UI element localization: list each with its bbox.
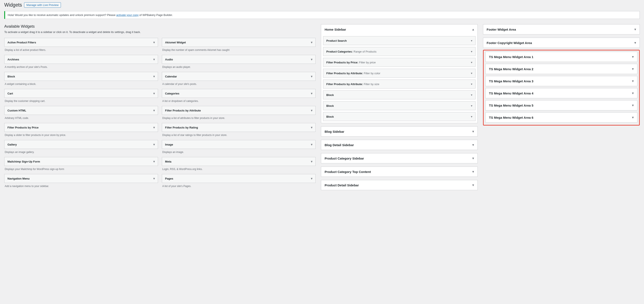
widget-subtitle: Filter by size xyxy=(363,82,379,86)
sidebar-area-blog-sidebar: Blog Sidebar▾ xyxy=(321,126,478,137)
available-widget-label: Custom HTML xyxy=(8,109,26,112)
sidebar-area-blog-detail-sidebar: Blog Detail Sidebar▾ xyxy=(321,140,478,150)
sidebar-area-ts-mega-menu-widget-area-6: TS Mega Menu Widget Area 6▾ xyxy=(485,112,638,123)
sidebar-area-footer-copyright-widget-area-header[interactable]: Footer Copyright Widget Area▾ xyxy=(483,38,640,48)
sidebar-area-footer-widget-area-header[interactable]: Footer Widget Area▾ xyxy=(483,24,640,34)
available-widget-left-7[interactable]: Mailchimp Sign-Up Form▾ xyxy=(4,157,158,166)
home-sidebar-widget-2[interactable]: Filter Products by Price: Filter by pric… xyxy=(323,58,476,67)
notice-text-suffix: of WPBakery Page Builder. xyxy=(139,13,173,16)
sidebar-area-product-category-sidebar-header[interactable]: Product Category Sidebar▾ xyxy=(321,153,478,163)
available-widgets-title: Available Widgets xyxy=(4,24,316,29)
available-widget-right-4[interactable]: Filter Products by Attribute▾ xyxy=(162,106,316,115)
home-sidebar-widget-0[interactable]: Product Search▾ xyxy=(323,36,476,45)
available-widget-desc: A widget containing a block. xyxy=(4,81,158,86)
notice-text-prefix: Hola! Would you like to receive automati… xyxy=(8,13,116,16)
available-widget-desc: Displays an audio player. xyxy=(162,64,316,69)
sidebar-area-ts-mega-menu-widget-area-4-header[interactable]: TS Mega Menu Widget Area 4▾ xyxy=(486,88,637,98)
sidebar-area-product-category-sidebar: Product Category Sidebar▾ xyxy=(321,153,478,163)
available-widgets-description: To activate a widget drag it to a sideba… xyxy=(4,30,316,34)
available-widget-left-3[interactable]: Cart▾ xyxy=(4,89,158,98)
chevron-down-icon: ▾ xyxy=(632,55,634,59)
available-widget-right-0[interactable]: Akismet Widget▾ xyxy=(162,38,316,47)
chevron-down-icon: ▾ xyxy=(632,79,634,83)
chevron-down-icon: ▾ xyxy=(634,27,636,31)
available-widget-left-5[interactable]: Filter Products by Price▾ xyxy=(4,123,158,132)
available-widget-label: Filter Products by Attribute xyxy=(165,109,201,112)
available-widget-desc: A monthly archive of your site's Posts. xyxy=(4,64,158,69)
sidebar-area-title: Footer Widget Area xyxy=(486,28,516,31)
sidebar-area-blog-sidebar-header[interactable]: Blog Sidebar▾ xyxy=(321,127,478,136)
available-widget-left-2[interactable]: Block▾ xyxy=(4,72,158,81)
sidebar-area-home-header[interactable]: Home Sidebar ▴ xyxy=(321,24,478,34)
sidebar-area-ts-mega-menu-widget-area-2-header[interactable]: TS Mega Menu Widget Area 2▾ xyxy=(486,64,637,74)
chevron-down-icon: ▾ xyxy=(634,41,636,45)
available-widget-left-6[interactable]: Gallery▾ xyxy=(4,140,158,149)
widget-label: Product Search xyxy=(326,39,347,42)
home-sidebar-widget-3[interactable]: Filter Products by Attribute: Filter by … xyxy=(323,69,476,78)
sidebar-area-ts-mega-menu-widget-area-2: TS Mega Menu Widget Area 2▾ xyxy=(485,64,638,74)
chevron-down-icon: ▾ xyxy=(153,109,155,112)
notice-activate-link[interactable]: activate your copy xyxy=(116,13,139,16)
available-widget-desc: Displays your Mailchimp for WordPress si… xyxy=(4,166,158,171)
available-widget-right-8[interactable]: Pages▾ xyxy=(162,174,316,183)
chevron-down-icon: ▾ xyxy=(632,115,634,119)
chevron-down-icon: ▾ xyxy=(311,143,312,146)
sidebar-area-ts-mega-menu-widget-area-3-header[interactable]: TS Mega Menu Widget Area 3▾ xyxy=(486,76,637,86)
chevron-down-icon: ▾ xyxy=(311,58,312,61)
sidebar-area-title: TS Mega Menu Widget Area 4 xyxy=(489,91,534,95)
available-widget-desc: Display a slider to filter products in y… xyxy=(4,132,158,137)
sidebar-area-product-category-top-content-header[interactable]: Product Category Top Content▾ xyxy=(321,167,478,177)
home-sidebar-widget-6[interactable]: Block▾ xyxy=(323,101,476,110)
widget-label: Filter Products by Attribute: xyxy=(326,72,363,75)
chevron-down-icon: ▾ xyxy=(472,170,474,174)
sidebar-area-title: TS Mega Menu Widget Area 3 xyxy=(489,79,534,83)
available-widget-left-0[interactable]: Active Product Filters▾ xyxy=(4,38,158,47)
chevron-down-icon: ▾ xyxy=(471,82,472,86)
available-widget-right-6[interactable]: Image▾ xyxy=(162,140,316,149)
sidebar-area-product-detail-sidebar-header[interactable]: Product Detail Sidebar▾ xyxy=(321,180,478,190)
sidebar-area-ts-mega-menu-widget-area-4: TS Mega Menu Widget Area 4▾ xyxy=(485,88,638,98)
sidebar-area-ts-mega-menu-widget-area-5-header[interactable]: TS Mega Menu Widget Area 5▾ xyxy=(486,100,637,110)
page-title: Widgets xyxy=(4,2,22,8)
available-widget-right-2[interactable]: Calendar▾ xyxy=(162,72,316,81)
chevron-down-icon: ▾ xyxy=(632,103,634,107)
chevron-down-icon: ▾ xyxy=(153,160,155,163)
widget-label: Block xyxy=(326,115,334,118)
sidebar-area-ts-mega-menu-widget-area-1-header[interactable]: TS Mega Menu Widget Area 1▾ xyxy=(486,52,637,62)
available-widget-desc: Display the number of spam comments Akis… xyxy=(162,47,316,52)
chevron-down-icon: ▾ xyxy=(471,104,472,107)
chevron-down-icon: ▾ xyxy=(472,156,474,160)
chevron-down-icon: ▾ xyxy=(471,61,472,64)
sidebar-area-product-category-top-content: Product Category Top Content▾ xyxy=(321,167,478,177)
available-widget-label: Meta xyxy=(165,160,172,163)
home-sidebar-widget-7[interactable]: Block▾ xyxy=(323,112,476,121)
home-sidebar-widget-1[interactable]: Product Categories: Range of Products▾ xyxy=(323,47,476,56)
available-widget-label: Categories xyxy=(165,92,179,95)
available-widget-desc: Arbitrary HTML code. xyxy=(4,115,158,120)
home-sidebar-widget-4[interactable]: Filter Products by Attribute: Filter by … xyxy=(323,80,476,88)
sidebar-area-home-title: Home Sidebar xyxy=(324,28,346,31)
sidebar-area-title: Product Detail Sidebar xyxy=(324,183,359,187)
chevron-down-icon: ▾ xyxy=(153,126,155,129)
available-widget-label: Akismet Widget xyxy=(165,41,186,44)
chevron-down-icon: ▾ xyxy=(311,75,312,78)
manage-live-preview-button[interactable]: Manage with Live Preview xyxy=(24,2,61,8)
available-widget-left-8[interactable]: Navigation Menu▾ xyxy=(4,174,158,183)
available-widget-right-3[interactable]: Categories▾ xyxy=(162,89,316,98)
chevron-down-icon: ▾ xyxy=(153,143,155,146)
available-widget-label: Calendar xyxy=(165,75,177,78)
available-widget-right-5[interactable]: Filter Products by Rating▾ xyxy=(162,123,316,132)
available-widget-desc: Add a navigation menu to your sidebar. xyxy=(4,183,158,189)
widget-subtitle: Range of Products xyxy=(353,50,376,53)
chevron-down-icon: ▾ xyxy=(472,143,474,147)
sidebar-area-ts-mega-menu-widget-area-6-header[interactable]: TS Mega Menu Widget Area 6▾ xyxy=(486,113,637,122)
available-widget-left-4[interactable]: Custom HTML▾ xyxy=(4,106,158,115)
home-sidebar-widget-5[interactable]: Block▾ xyxy=(323,90,476,99)
available-widget-right-7[interactable]: Meta▾ xyxy=(162,157,316,166)
chevron-down-icon: ▾ xyxy=(311,109,312,112)
available-widget-right-1[interactable]: Audio▾ xyxy=(162,55,316,64)
available-widget-desc: A list or dropdown of categories. xyxy=(162,98,316,103)
available-widget-left-1[interactable]: Archives▾ xyxy=(4,55,158,64)
sidebar-area-blog-detail-sidebar-header[interactable]: Blog Detail Sidebar▾ xyxy=(321,140,478,150)
chevron-down-icon: ▾ xyxy=(472,183,474,187)
